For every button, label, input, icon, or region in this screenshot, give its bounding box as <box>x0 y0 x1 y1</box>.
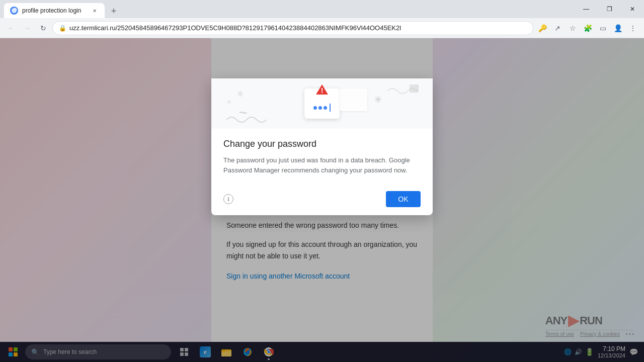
new-tab-button[interactable]: + <box>107 4 121 18</box>
dialog-footer: ℹ OK <box>211 185 433 215</box>
tab-title: profile protection login <box>22 7 87 14</box>
tab-close-button[interactable]: ✕ <box>91 7 99 15</box>
dialog-body-text: The password you just used was found in … <box>223 155 421 175</box>
deco-box <box>340 88 367 111</box>
deco-star-2: ✳ <box>226 99 231 106</box>
password-change-dialog: ✳ ✳ ~ ✳ ! <box>211 78 433 215</box>
tab-area: profile protection login ✕ + <box>0 0 575 18</box>
dialog-illustration: ✳ ✳ ~ ✳ ! <box>211 78 433 129</box>
dialog-overlay: ✳ ✳ ~ ✳ ! <box>0 38 644 362</box>
dialog-title: Change your password <box>223 139 421 149</box>
dialog-body: Change your password The password you ju… <box>211 129 433 185</box>
password-manager-icon[interactable]: 🔑 <box>535 21 549 35</box>
lock-illustration: ! <box>304 88 340 119</box>
reload-button[interactable]: ↻ <box>36 21 50 35</box>
browser-frame: profile protection login ✕ + — ❐ ✕ ← → ↻… <box>0 0 644 362</box>
bookmark-icon[interactable]: ☆ <box>566 21 580 35</box>
share-icon[interactable]: ↗ <box>550 21 565 35</box>
info-button[interactable]: ℹ <box>223 194 233 204</box>
window-controls: — ❐ ✕ <box>575 0 644 18</box>
tab-favicon <box>10 7 18 15</box>
close-button[interactable]: ✕ <box>621 0 644 18</box>
extensions-icon[interactable]: 🧩 <box>581 21 595 35</box>
back-button[interactable]: ← <box>4 21 18 35</box>
deco-star-1: ✳ <box>236 88 244 100</box>
toolbar-right: 🔑 ↗ ☆ 🧩 ▭ 👤 ⋮ <box>535 21 640 35</box>
maximize-button[interactable]: ❐ <box>598 0 621 18</box>
menu-icon[interactable]: ⋮ <box>626 21 640 35</box>
title-bar: profile protection login ✕ + — ❐ ✕ <box>0 0 644 18</box>
warning-triangle-icon: ! <box>315 83 329 98</box>
address-bar: ← → ↻ 🔒 uzz.termlicari.ru/25204584589646… <box>0 18 644 38</box>
forward-button[interactable]: → <box>20 21 34 35</box>
address-input[interactable]: 🔒 uzz.termlicari.ru/252045845896467293P1… <box>52 21 533 35</box>
active-tab[interactable]: profile protection login ✕ <box>4 3 105 18</box>
minimize-button[interactable]: — <box>575 0 598 18</box>
ok-button[interactable]: OK <box>386 191 421 207</box>
svg-text:!: ! <box>321 86 324 95</box>
url-text: uzz.termlicari.ru/252045845896467293P1OD… <box>69 24 527 32</box>
split-screen-icon[interactable]: ▭ <box>596 21 610 35</box>
profile-icon[interactable]: 👤 <box>611 21 625 35</box>
page-content: Sign-in with asdasdasd@hotmail.com is bl… <box>0 38 644 362</box>
lock-icon: 🔒 <box>59 25 66 32</box>
deco-small-box <box>410 84 419 93</box>
wave-svg <box>226 115 267 125</box>
deco-star-3: ✳ <box>374 94 382 106</box>
